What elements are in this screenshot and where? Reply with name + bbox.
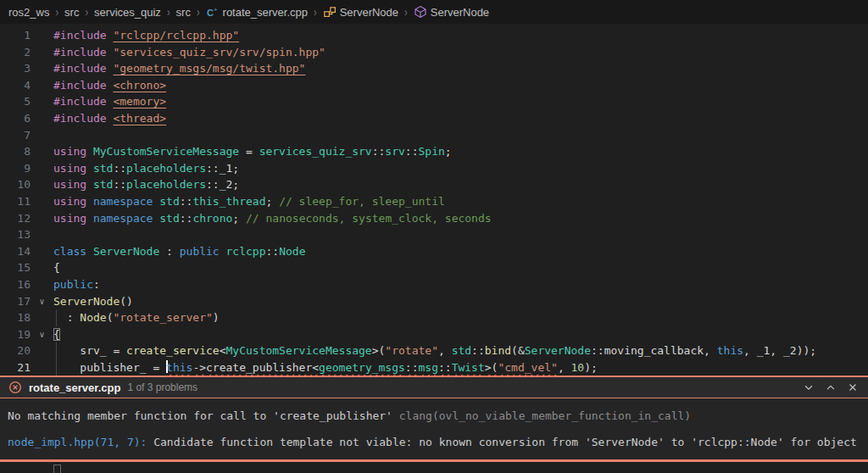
code-line[interactable]: 8using MyCustomServiceMessage = services… (0, 143, 868, 160)
svg-text:C: C (207, 8, 214, 18)
code-line[interactable]: 12using namespace std::chrono; // nanose… (0, 210, 868, 227)
line-number: 14 (0, 243, 31, 260)
code-token: 10 (571, 361, 585, 374)
line-number: 1 (0, 27, 31, 44)
problems-peek-header: rotate_server.cpp 1 of 3 problems (0, 377, 868, 398)
code-line[interactable]: 15{ (0, 259, 868, 276)
line-number: 19 (0, 326, 31, 343)
breadcrumb-item-class[interactable]: ServerNode (323, 5, 398, 19)
line-number: 9 (0, 160, 31, 177)
code-token: using (53, 212, 86, 225)
code-line[interactable]: 4#include <chrono> (0, 77, 868, 94)
code-token: placeholders (126, 178, 206, 191)
fold-gutter (31, 127, 53, 144)
code-text: { (53, 326, 60, 343)
code-text: using std::placeholders::_1; (53, 160, 239, 177)
problem-message[interactable]: node_impl.hpp(71, 7): Candidate function… (0, 429, 868, 455)
code-line[interactable]: 5#include <memory> (0, 93, 868, 110)
problem-message[interactable]: No matching member function for call to … (0, 403, 868, 429)
fold-chevron-icon[interactable]: ∨ (31, 293, 53, 310)
code-token: MyCustomServiceMessage (226, 344, 372, 357)
code-token: < (220, 344, 226, 357)
line-number: 21 (0, 359, 31, 376)
code-token: :: (438, 361, 452, 374)
code-token: #include (53, 79, 107, 92)
code-token: using (53, 178, 86, 191)
code-line[interactable]: 13 (0, 226, 868, 243)
code-line[interactable]: 11using namespace std::this_thread; // s… (0, 193, 868, 210)
line-number: 2 (0, 44, 31, 61)
code-line[interactable]: 19∨{ (0, 326, 868, 343)
breadcrumb-item-src2[interactable]: src (176, 6, 191, 19)
breadcrumb-item-method[interactable]: ServerNode (414, 5, 489, 19)
code-token (86, 145, 93, 158)
code-text: publisher_ = this->create_publisher<geom… (53, 359, 598, 376)
code-token: ServerNode (93, 245, 159, 258)
code-text: public: (53, 276, 100, 293)
code-line[interactable]: 10using std::placeholders::_2; (0, 176, 868, 193)
code-line[interactable]: 21 publisher_ = this->create_publisher<g… (0, 359, 868, 376)
fold-gutter (31, 110, 53, 127)
code-line[interactable]: 16public: (0, 276, 868, 293)
code-token: chrono (192, 212, 232, 225)
breadcrumb-label: ServerNode (340, 6, 398, 19)
previous-problem-button[interactable] (824, 381, 837, 394)
breadcrumb-item-services-quiz[interactable]: services_quiz (94, 6, 161, 19)
code-line[interactable]: 17∨ServerNode() (0, 293, 868, 310)
code-line[interactable]: 6#include <thread> (0, 110, 868, 127)
line-number: 18 (0, 309, 31, 326)
fold-gutter (31, 359, 53, 376)
code-line[interactable]: 2#include "services_quiz_srv/srv/spin.hp… (0, 44, 868, 61)
close-peek-button[interactable] (846, 381, 860, 394)
code-token: ; (445, 145, 452, 158)
code-token: services_quiz_srv (259, 145, 372, 158)
code-line[interactable]: 3#include "geometry_msgs/msg/twist.hpp" (0, 60, 868, 77)
code-line[interactable]: 14class ServerNode : public rclcpp::Node (0, 243, 868, 260)
code-area: 1#include "rclcpp/rclcpp.hpp"2#include "… (0, 24, 868, 376)
line-number: 20 (0, 342, 31, 359)
code-line[interactable]: 9using std::placeholders::_1; (0, 160, 868, 177)
line-number: 11 (0, 193, 31, 210)
code-line[interactable]: 20 srv_ = create_service<MyCustomService… (0, 342, 868, 359)
breadcrumb-item-src[interactable]: src (64, 6, 79, 19)
code-text: #include "rclcpp/rclcpp.hpp" (53, 27, 239, 44)
code-token (220, 245, 226, 258)
class-icon (323, 5, 337, 19)
problem-location-link[interactable]: node_impl.hpp(71, 7): (8, 436, 153, 448)
indent-guide (56, 342, 57, 359)
line-number: 15 (0, 259, 31, 276)
code-line[interactable]: 18 : Node("rotate_server") (0, 309, 868, 326)
vscode-window: ros2_ws › src › services_quiz › src › C … (0, 0, 868, 473)
error-icon (8, 381, 22, 394)
code-token: std (452, 344, 471, 357)
code-token: rclcpp (226, 245, 266, 258)
code-token: srv (385, 145, 404, 158)
line-number: 5 (0, 93, 31, 110)
code-token: -> (192, 361, 206, 374)
code-line[interactable]: 1#include "rclcpp/rclcpp.hpp" (0, 27, 868, 44)
breadcrumb-label: rotate_server.cpp (223, 6, 308, 19)
next-problem-button[interactable] (802, 381, 815, 394)
line-number: 13 (0, 226, 31, 243)
code-token: std (93, 162, 113, 175)
breadcrumb-item-ros2-ws[interactable]: ros2_ws (8, 6, 49, 19)
chevron-up-icon (825, 381, 837, 393)
fold-gutter (31, 44, 53, 61)
code-token: this_thread (192, 195, 265, 208)
fold-gutter (31, 276, 53, 293)
line-number: 10 (0, 176, 31, 193)
code-token: "rotate_server" (113, 311, 212, 324)
cpp-file-icon: C + (206, 5, 220, 19)
code-token: std (159, 212, 179, 225)
problems-peek-content: No matching member function for call to … (0, 398, 868, 459)
code-token: using (53, 162, 86, 175)
chevron-right-icon: › (197, 6, 200, 19)
problems-peek-widget: rotate_server.cpp 1 of 3 problems No mat… (0, 376, 868, 462)
breadcrumb-label: ros2_ws (8, 6, 49, 19)
breadcrumb-item-file[interactable]: C + rotate_server.cpp (206, 5, 308, 19)
fold-gutter (31, 77, 53, 94)
code-line[interactable]: 7 (0, 127, 868, 144)
breadcrumb: ros2_ws › src › services_quiz › src › C … (0, 0, 868, 24)
fold-chevron-icon[interactable]: ∨ (31, 326, 53, 343)
code-token: public (53, 278, 93, 291)
